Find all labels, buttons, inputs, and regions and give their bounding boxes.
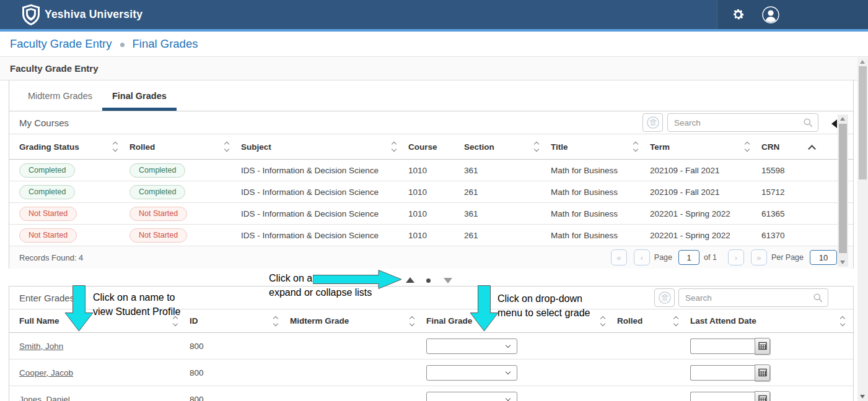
gear-icon[interactable]	[731, 7, 745, 22]
page-title: Faculty Grade Entry	[0, 57, 868, 80]
col-title[interactable]: Title	[551, 142, 650, 152]
col-term[interactable]: Term	[650, 142, 761, 152]
course-row[interactable]: Not Started Not Started IDS - Informatio…	[9, 203, 853, 225]
sort-ascending-icon[interactable]	[808, 145, 816, 153]
sort-icon[interactable]	[535, 142, 538, 151]
scroll-up-icon[interactable]	[840, 117, 845, 121]
my-courses-search-input[interactable]	[667, 113, 818, 132]
sort-icon[interactable]	[674, 317, 678, 326]
previous-page-button[interactable]: ‹	[634, 249, 650, 265]
scrollbar-thumb[interactable]	[839, 124, 847, 253]
col-last-attend-date[interactable]: Last Attend Date	[690, 316, 853, 326]
enter-grades-search	[678, 288, 828, 307]
tab-final-grades[interactable]: Final Grades	[102, 80, 177, 111]
list-toggle-dot-icon[interactable]	[426, 278, 431, 283]
section-cell: 261	[464, 231, 551, 240]
col-rolled[interactable]: Rolled	[129, 142, 241, 152]
grading-status-badge: Completed	[19, 185, 75, 199]
calendar-button[interactable]	[755, 338, 770, 355]
sort-icon[interactable]	[392, 142, 396, 151]
sort-icon[interactable]	[634, 142, 638, 151]
sort-icon[interactable]	[841, 317, 844, 326]
course-cell: 1010	[408, 166, 464, 175]
sort-icon[interactable]	[274, 317, 278, 326]
col-section[interactable]: Section	[464, 142, 551, 152]
university-shield-logo	[20, 4, 42, 26]
scroll-up-icon[interactable]	[860, 60, 865, 64]
annotation-right-arrow	[313, 270, 403, 289]
col-rolled[interactable]: Rolled	[617, 316, 690, 326]
sort-icon[interactable]	[410, 317, 414, 326]
section-cell: 361	[464, 209, 551, 218]
grading-status-badge: Not Started	[19, 228, 77, 243]
scrollbar-thumb[interactable]	[859, 66, 867, 179]
calendar-icon	[758, 342, 767, 350]
grid-settings-button[interactable]	[654, 288, 675, 307]
final-grade-select[interactable]	[426, 392, 517, 401]
course-row[interactable]: Completed Completed IDS - Information & …	[9, 160, 853, 181]
calendar-icon	[758, 368, 767, 377]
grading-status-badge: Not Started	[19, 207, 77, 221]
collapse-panel-arrow-icon[interactable]	[831, 119, 837, 128]
student-name-link[interactable]: Jones, Daniel	[19, 395, 70, 401]
course-cell: 1010	[408, 231, 464, 240]
breadcrumb-faculty-grade-entry[interactable]: Faculty Grade Entry	[10, 37, 112, 51]
table-scrollbar[interactable]	[838, 114, 848, 267]
student-row[interactable]: Smith, John 800	[9, 333, 853, 360]
top-navigation-bar: Yeshiva University	[0, 0, 868, 29]
last-attend-date-input[interactable]	[690, 338, 755, 354]
student-name-link[interactable]: Cooper, Jacob	[19, 368, 73, 377]
page-number-input[interactable]	[678, 250, 699, 265]
next-page-button[interactable]: ›	[728, 249, 744, 265]
my-courses-header: My Courses	[9, 111, 853, 134]
last-attend-date-input[interactable]	[690, 392, 755, 401]
breadcrumb-final-grades[interactable]: Final Grades	[133, 37, 198, 51]
course-row[interactable]: Completed Completed IDS - Information & …	[9, 181, 853, 203]
scroll-down-icon[interactable]	[840, 261, 845, 264]
student-id-cell: 800	[190, 342, 290, 351]
enter-grades-search-input[interactable]	[678, 288, 828, 307]
col-course[interactable]: Course	[408, 142, 464, 152]
grading-status-badge: Completed	[19, 163, 75, 178]
page-scrollbar[interactable]	[857, 58, 868, 401]
col-id[interactable]: ID	[190, 316, 290, 326]
final-grade-select[interactable]	[426, 338, 517, 354]
calendar-button[interactable]	[755, 391, 770, 401]
last-page-button[interactable]: »	[751, 249, 767, 265]
col-midterm-grade[interactable]: Midterm Grade	[290, 316, 426, 326]
student-name-link[interactable]: Smith, John	[19, 342, 63, 351]
sort-icon[interactable]	[113, 142, 117, 151]
course-row[interactable]: Not Started Not Started IDS - Informatio…	[9, 225, 853, 246]
col-subject[interactable]: Subject	[241, 142, 408, 152]
grades-tab-bar: Midterm Grades Final Grades	[9, 80, 854, 111]
sort-icon[interactable]	[745, 142, 749, 151]
my-courses-search	[667, 113, 818, 132]
pagination-controls: « ‹ Page of 1 › » Per Page	[604, 246, 837, 269]
rolled-status-badge: Not Started	[129, 207, 187, 221]
annotation-select-grade: Click on drop-down menu to select grade	[498, 291, 590, 320]
sort-icon[interactable]	[601, 317, 605, 326]
my-courses-footer: Records Found: 4 « ‹ Page of 1 › » Per P…	[9, 246, 853, 269]
sort-icon[interactable]	[225, 142, 229, 151]
student-row[interactable]: Cooper, Jacob 800	[9, 360, 853, 386]
annotation-down-arrow	[64, 285, 94, 332]
first-page-button[interactable]: «	[611, 249, 627, 265]
search-icon	[813, 293, 823, 303]
final-grade-select[interactable]	[426, 365, 517, 381]
section-cell: 261	[464, 188, 551, 197]
student-row[interactable]: Jones, Daniel 800	[9, 386, 853, 401]
user-avatar-icon[interactable]	[761, 6, 780, 24]
search-icon	[803, 118, 813, 127]
calendar-button[interactable]	[755, 364, 770, 381]
grid-settings-button[interactable]	[642, 113, 663, 132]
scroll-down-icon[interactable]	[860, 395, 865, 399]
tab-midterm-grades[interactable]: Midterm Grades	[18, 80, 102, 111]
collapse-list-arrow-icon[interactable]	[444, 278, 452, 283]
col-grading-status[interactable]: Grading Status	[19, 142, 129, 152]
student-id-cell: 800	[190, 368, 290, 377]
expand-list-arrow-icon[interactable]	[406, 277, 414, 283]
last-attend-date-input[interactable]	[690, 365, 755, 381]
col-crn[interactable]: CRN	[761, 142, 830, 152]
records-found-label: Records Found: 4	[19, 253, 83, 262]
per-page-input[interactable]	[810, 250, 837, 265]
